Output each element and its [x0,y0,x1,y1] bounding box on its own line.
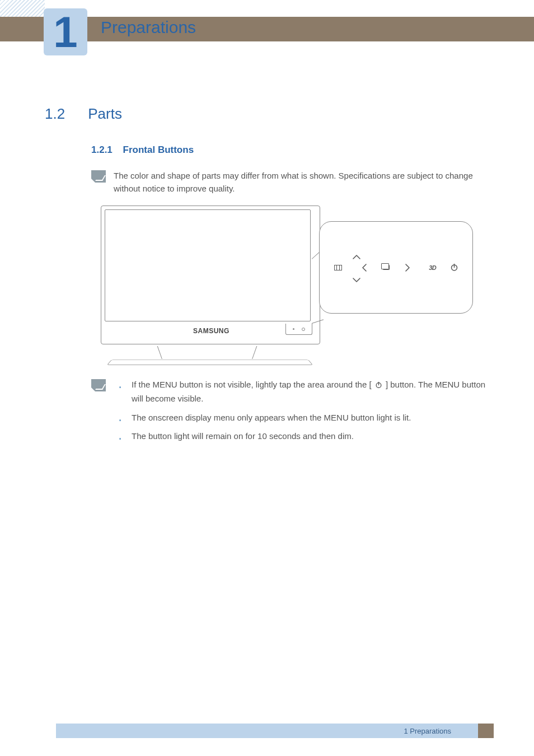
section-title: Parts [88,105,122,122]
source-enter-icon [380,265,393,270]
three-d-icon: 3D [426,264,439,271]
monitor-stand-base [107,360,313,365]
chapter-title: Preparations [101,18,196,37]
bullet-list: If the MENU button is not visible, light… [114,378,489,448]
sensor-area [285,324,312,335]
down-arrow-icon [353,274,360,284]
button-icon-row: 3D [320,251,472,284]
footer-tab [478,724,494,738]
bullet-note-block: If the MENU button is not visible, light… [91,378,489,448]
intro-note-text: The color and shape of parts may differ … [114,169,489,195]
monitor-stand-neck [157,346,257,359]
bullet-text-part-a: If the MENU button is not visible, light… [132,380,372,389]
section-number: 1.2 [45,105,84,123]
chapter-badge: 1 [44,8,87,55]
up-arrow-icon [353,251,360,261]
footer-text: 1 Preparations [404,727,451,735]
chapter-number: 1 [53,10,77,54]
subsection-heading: 1.2.1 Frontal Buttons [91,144,194,156]
power-icon [447,263,461,272]
monitor-screen [105,209,311,321]
button-callout: 3D [319,221,473,314]
section-heading: 1.2 Parts [45,105,122,123]
right-arrow-icon [401,264,414,272]
list-item: The onscreen display menu only appears w… [114,411,489,424]
intro-note-block: The color and shape of parts may differ … [91,169,489,195]
indicator-circle [302,328,305,331]
power-icon [375,379,382,392]
samsung-logo: SAMSUNG [193,327,229,335]
subsection-title: Frontal Buttons [123,144,194,155]
indicator-dot [293,328,294,330]
frontal-buttons-diagram: SAMSUNG 3D [98,203,479,371]
note-icon [91,379,106,391]
subsection-number: 1.2.1 [91,144,113,156]
list-item: If the MENU button is not visible, light… [114,378,489,405]
menu-button-icon [331,265,345,270]
list-item: The button light will remain on for 10 s… [114,430,489,442]
left-arrow-icon [358,264,371,272]
note-icon [91,170,106,183]
footer-bar: 1 Preparations [56,724,478,738]
